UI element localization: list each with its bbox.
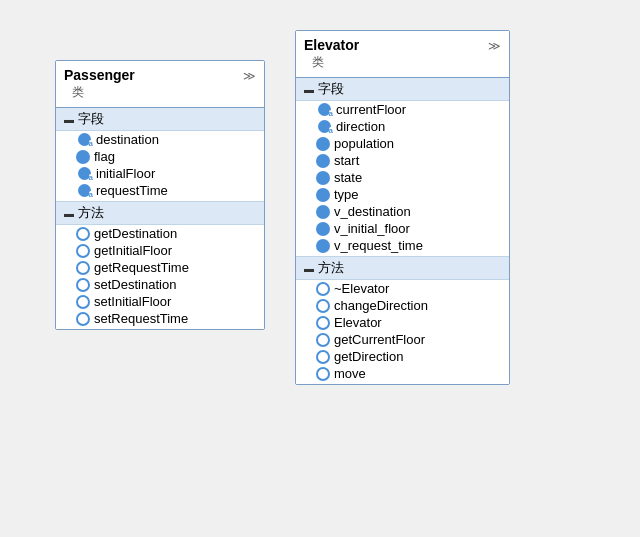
- passenger-fields-items: a destination flag a initialFloor: [56, 131, 264, 201]
- passenger-methods-header: ▬ 方法: [56, 202, 264, 225]
- method-icon: [76, 295, 90, 309]
- list-item: getDirection: [296, 348, 509, 365]
- method-name: setDestination: [94, 277, 176, 292]
- passenger-methods-items: getDestination getInitialFloor getReques…: [56, 225, 264, 329]
- field-name: flag: [94, 149, 115, 164]
- passenger-fields-header: ▬ 字段: [56, 108, 264, 131]
- passenger-methods-label: 方法: [78, 204, 104, 222]
- method-name: changeDirection: [334, 298, 428, 313]
- field-icon: a: [316, 120, 332, 134]
- method-name: getDirection: [334, 349, 403, 364]
- elevator-fields-section: ▬ 字段 a currentFloor a direction: [296, 78, 509, 256]
- field-name: currentFloor: [336, 102, 406, 117]
- field-icon: a: [76, 133, 92, 147]
- elevator-fields-toggle[interactable]: ▬: [304, 84, 314, 95]
- field-name: type: [334, 187, 359, 202]
- field-icon: [316, 222, 330, 236]
- method-icon: [76, 227, 90, 241]
- list-item: v_request_time: [296, 237, 509, 256]
- list-item: Elevator: [296, 314, 509, 331]
- method-name: getRequestTime: [94, 260, 189, 275]
- list-item: changeDirection: [296, 297, 509, 314]
- elevator-methods-toggle[interactable]: ▬: [304, 263, 314, 274]
- list-item: population: [296, 135, 509, 152]
- field-name: v_destination: [334, 204, 411, 219]
- list-item: getInitialFloor: [56, 242, 264, 259]
- passenger-title: Passenger: [64, 67, 135, 83]
- list-item: v_initial_floor: [296, 220, 509, 237]
- passenger-class-box: Passenger 类 ≫ ▬ 字段 a destination: [55, 60, 265, 330]
- method-icon: [316, 350, 330, 364]
- field-icon: [316, 154, 330, 168]
- method-icon: [316, 316, 330, 330]
- list-item: start: [296, 152, 509, 169]
- field-name: destination: [96, 132, 159, 147]
- method-icon: [76, 278, 90, 292]
- method-name: setInitialFloor: [94, 294, 171, 309]
- list-item: flag: [56, 148, 264, 165]
- field-name: start: [334, 153, 359, 168]
- elevator-fields-label: 字段: [318, 80, 344, 98]
- passenger-class-header: Passenger 类 ≫: [56, 61, 264, 108]
- list-item: getRequestTime: [56, 259, 264, 276]
- list-item: a direction: [296, 118, 509, 135]
- field-icon: [316, 171, 330, 185]
- method-icon: [76, 244, 90, 258]
- method-icon: [316, 282, 330, 296]
- list-item: v_destination: [296, 203, 509, 220]
- field-icon: [316, 239, 330, 253]
- method-icon: [76, 261, 90, 275]
- method-icon: [316, 333, 330, 347]
- list-item: getCurrentFloor: [296, 331, 509, 348]
- field-icon: [76, 150, 90, 164]
- method-icon: [316, 299, 330, 313]
- list-item: getDestination: [56, 225, 264, 242]
- field-icon: [316, 188, 330, 202]
- elevator-class-header: Elevator 类 ≫: [296, 31, 509, 78]
- elevator-fields-items: a currentFloor a direction population: [296, 101, 509, 256]
- diagram-area: Passenger 类 ≫ ▬ 字段 a destination: [0, 0, 640, 537]
- method-name: getInitialFloor: [94, 243, 172, 258]
- list-item: state: [296, 169, 509, 186]
- passenger-fields-section: ▬ 字段 a destination flag: [56, 108, 264, 201]
- list-item: setDestination: [56, 276, 264, 293]
- passenger-subtitle: 类: [64, 83, 135, 105]
- list-item: ~Elevator: [296, 280, 509, 297]
- passenger-collapse-icon[interactable]: ≫: [243, 69, 256, 83]
- field-icon: [316, 205, 330, 219]
- passenger-fields-label: 字段: [78, 110, 104, 128]
- field-name: requestTime: [96, 183, 168, 198]
- field-icon: [316, 137, 330, 151]
- field-name: population: [334, 136, 394, 151]
- passenger-methods-toggle[interactable]: ▬: [64, 208, 74, 219]
- list-item: a destination: [56, 131, 264, 148]
- method-name: Elevator: [334, 315, 382, 330]
- method-name: ~Elevator: [334, 281, 389, 296]
- list-item: a requestTime: [56, 182, 264, 201]
- field-name: direction: [336, 119, 385, 134]
- list-item: setInitialFloor: [56, 293, 264, 310]
- elevator-subtitle: 类: [304, 53, 359, 75]
- method-name: getCurrentFloor: [334, 332, 425, 347]
- passenger-fields-toggle[interactable]: ▬: [64, 114, 74, 125]
- field-icon: a: [316, 103, 332, 117]
- elevator-methods-section: ▬ 方法 ~Elevator changeDirection Elevator: [296, 257, 509, 384]
- field-name: v_request_time: [334, 238, 423, 253]
- list-item: setRequestTime: [56, 310, 264, 329]
- list-item: a currentFloor: [296, 101, 509, 118]
- method-name: getDestination: [94, 226, 177, 241]
- field-icon: a: [76, 167, 92, 181]
- passenger-methods-section: ▬ 方法 getDestination getInitialFloor getR…: [56, 202, 264, 329]
- list-item: move: [296, 365, 509, 384]
- list-item: a initialFloor: [56, 165, 264, 182]
- elevator-methods-items: ~Elevator changeDirection Elevator getCu…: [296, 280, 509, 384]
- elevator-collapse-icon[interactable]: ≫: [488, 39, 501, 53]
- elevator-fields-header: ▬ 字段: [296, 78, 509, 101]
- elevator-methods-header: ▬ 方法: [296, 257, 509, 280]
- method-icon: [76, 312, 90, 326]
- method-icon: [316, 367, 330, 381]
- field-icon: a: [76, 184, 92, 198]
- field-name: v_initial_floor: [334, 221, 410, 236]
- elevator-title: Elevator: [304, 37, 359, 53]
- method-name: move: [334, 366, 366, 381]
